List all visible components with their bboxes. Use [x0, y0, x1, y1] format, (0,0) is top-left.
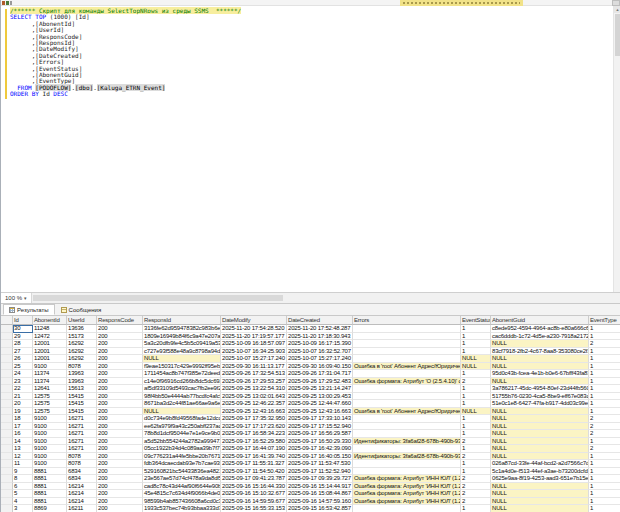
cell-responscode[interactable]: 200	[97, 453, 143, 461]
cell-datecreated[interactable]: 2025-11-20 17:18:30.943	[287, 333, 353, 341]
cell-eventstatus[interactable]: 1	[461, 370, 491, 378]
cell-errors[interactable]: Идентификаторы: 3fa6af28-678b-490b-9340-…	[353, 453, 461, 461]
cell-eventtype[interactable]: 1	[589, 325, 620, 333]
cell-eventtype[interactable]: 2	[589, 340, 620, 348]
cell-errors[interactable]: Ошибка в 'root' Абонент Адрес/Юридически…	[353, 408, 461, 416]
cell-datemodify[interactable]: 2025-10-09 16:18:57.097	[221, 340, 287, 348]
cell-abonentguid[interactable]: NULL	[491, 445, 589, 453]
cell-errors[interactable]: Ошибка формата: Атрибут 'ИНН ЮЛ' (1.2.64…	[353, 498, 461, 506]
cell-datemodify[interactable]: 2025-09-25 13:22:54.310	[221, 385, 287, 393]
editor-horizontal-scrollbar[interactable]	[32, 293, 620, 303]
cell-responscode[interactable]: 200	[97, 370, 143, 378]
cell-userid[interactable]: 15415	[67, 393, 97, 401]
cell-datecreated[interactable]: 2025-09-17 17:33:10.143	[287, 415, 353, 423]
cell-abonentid[interactable]: 8881	[33, 468, 67, 476]
cell-id[interactable]: 16	[13, 430, 33, 438]
cell-eventtype[interactable]: 1	[589, 483, 620, 491]
cell-eventstatus[interactable]: 2	[461, 453, 491, 461]
cell-datecreated[interactable]: 2025-11-20 17:52:48.287	[287, 325, 353, 333]
cell-datecreated[interactable]: 2025-10-07 15:27:17.240	[287, 355, 353, 363]
cell-datecreated[interactable]: 2025-10-07 16:32:52.707	[287, 348, 353, 356]
cell-datemodify[interactable]: 2025-09-17 11:54:50.420	[221, 468, 287, 476]
cell-eventstatus[interactable]: 1	[461, 415, 491, 423]
cell-eventtype[interactable]: 1	[589, 453, 620, 461]
cell-datecreated[interactable]: 2025-09-25 13:21:14.247	[287, 385, 353, 393]
cell-abonentguid[interactable]: 83cf7918-2fb2-4c67-8aa8-353080ce2f19	[491, 348, 589, 356]
row-header[interactable]	[1, 348, 13, 356]
cell-eventstatus[interactable]: 2	[461, 490, 491, 498]
cell-abonentid[interactable]: 8881	[33, 498, 67, 506]
cell-abonentguid[interactable]: 5c1a4d0e-f513-44ef-a3ae-b73200dcfd3b	[491, 468, 589, 476]
row-header[interactable]	[1, 430, 13, 438]
cell-abonentguid[interactable]: NULL	[491, 438, 589, 446]
cell-userid[interactable]: 16271	[67, 423, 97, 431]
row-header[interactable]	[1, 385, 13, 393]
cell-responscode[interactable]: 200	[97, 333, 143, 341]
cell-responscode[interactable]: 200	[97, 423, 143, 431]
cell-responsid[interactable]: a5d52bb554244a2782a99947122e03a7	[143, 438, 221, 446]
cell-abonentid[interactable]: 9100	[33, 363, 67, 371]
cell-eventstatus[interactable]: 2	[461, 438, 491, 446]
cell-id[interactable]: 26	[13, 355, 33, 363]
cell-abonentguid[interactable]: NULL	[491, 498, 589, 506]
cell-userid[interactable]: 16211	[67, 505, 97, 512]
cell-abonentid[interactable]: 12001	[33, 355, 67, 363]
cell-responscode[interactable]: 200	[97, 325, 143, 333]
cell-eventtype[interactable]: 2	[589, 415, 620, 423]
cell-datecreated[interactable]: 2025-09-16 15:14:44.917	[287, 483, 353, 491]
cell-eventstatus[interactable]: NULL	[461, 363, 491, 371]
cell-abonentid[interactable]: 9100	[33, 430, 67, 438]
cell-abonentid[interactable]: 12001	[33, 340, 67, 348]
column-header-datecreated[interactable]: DateCreated	[287, 316, 353, 325]
cell-abonentid[interactable]: 9100	[33, 415, 67, 423]
cell-errors[interactable]	[353, 348, 461, 356]
cell-responsid[interactable]: c14e0f96916cd266b8dc5dc6928e954a	[143, 378, 221, 386]
cell-eventtype[interactable]: 1	[589, 393, 620, 401]
column-header-eventstatus[interactable]: EventStatus	[461, 316, 491, 325]
cell-eventtype[interactable]: 2	[589, 430, 620, 438]
cell-userid[interactable]: 6834	[67, 468, 97, 476]
cell-datemodify[interactable]: 2025-10-07 15:27:17.240	[221, 355, 287, 363]
cell-eventstatus[interactable]: 1	[461, 348, 491, 356]
cell-errors[interactable]: Ошибка в 'root' Абонент Адрес/Юридически…	[353, 363, 461, 371]
cell-userid[interactable]: 16214	[67, 498, 97, 506]
cell-abonentguid[interactable]: cac6dddb-1c72-4d5e-a230-7918a2172456	[491, 333, 589, 341]
cell-abonentid[interactable]: 8881	[33, 483, 67, 491]
cell-id[interactable]: 20	[13, 400, 33, 408]
cell-abonentid[interactable]: 11374	[33, 378, 67, 386]
cell-datecreated[interactable]: 2025-09-17 16:40:05.150	[287, 453, 353, 461]
cell-responscode[interactable]: 200	[97, 438, 143, 446]
cell-datemodify[interactable]: 2025-09-16 14:59:59.677	[221, 498, 287, 506]
row-header[interactable]	[1, 340, 13, 348]
cell-responsid[interactable]: fdb364dcaecdab93e7b7cae93fe5fd7a	[143, 460, 221, 468]
cell-responsid[interactable]: c727e93f588e48a9c8798a94d51b2b00	[143, 348, 221, 356]
cell-responscode[interactable]: 200	[97, 445, 143, 453]
cell-datemodify[interactable]: 2025-09-17 16:41:39.740	[221, 453, 287, 461]
cell-datemodify[interactable]: 2025-09-17 16:52:29.580	[221, 438, 287, 446]
cell-userid[interactable]: 13963	[67, 370, 97, 378]
cell-eventtype[interactable]: 1	[589, 490, 620, 498]
cell-datecreated[interactable]: 2025-09-17 16:56:29.587	[287, 430, 353, 438]
cell-userid[interactable]: 15173	[67, 333, 97, 341]
cell-userid[interactable]: 16271	[67, 438, 97, 446]
row-header[interactable]	[1, 445, 13, 453]
zoom-control[interactable]: 100 % ▾	[1, 293, 32, 303]
cell-datecreated[interactable]: 2025-09-17 09:39:29.727	[287, 475, 353, 483]
cell-abonentguid[interactable]: 026a87cd-33fe-44af-bcd2-a2d7566c7d52	[491, 460, 589, 468]
cell-errors[interactable]	[353, 423, 461, 431]
cell-abonentid[interactable]: 11374	[33, 370, 67, 378]
cell-userid[interactable]: 16271	[67, 445, 97, 453]
row-header[interactable]	[1, 363, 13, 371]
cell-abonentguid[interactable]: 51e0c1e8-6427-47fa-b917-4dd03c99e1b5	[491, 400, 589, 408]
cell-abonentguid[interactable]: NULL	[491, 453, 589, 461]
cell-responsid[interactable]: 45e4815c7c634d4f9066b4de0b38ecb7	[143, 490, 221, 498]
cell-eventstatus[interactable]: NULL	[461, 355, 491, 363]
cell-id[interactable]: 9	[13, 468, 33, 476]
row-header[interactable]	[1, 333, 13, 341]
cell-eventtype[interactable]: 1	[589, 468, 620, 476]
cell-eventtype[interactable]: 1	[589, 408, 620, 416]
cell-abonentguid[interactable]: 0625e9aa-8f19-4253-aad3-651e7b15e1b5	[491, 475, 589, 483]
cell-eventtype[interactable]: 1	[589, 370, 620, 378]
cell-responsid[interactable]: d0c734e9b8fd49568fade12dcc6a08db	[143, 415, 221, 423]
cell-responscode[interactable]: 200	[97, 490, 143, 498]
